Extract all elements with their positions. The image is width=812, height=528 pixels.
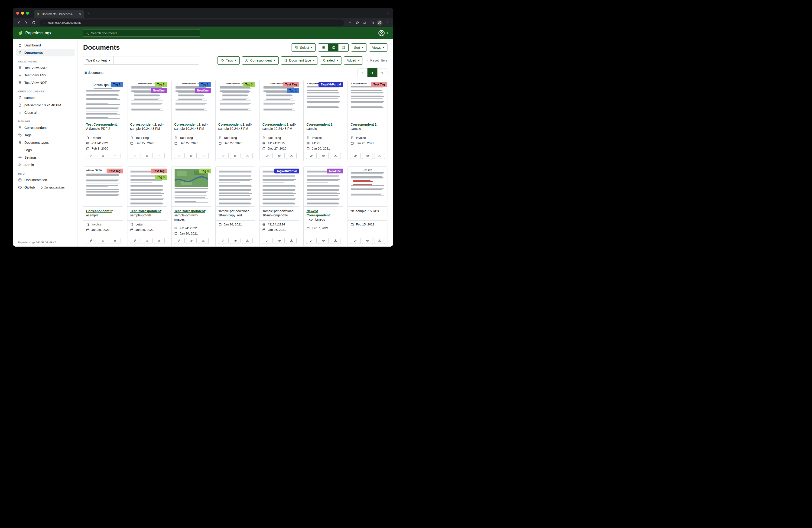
grid-view-button[interactable] [328, 43, 338, 52]
share-icon[interactable] [346, 19, 353, 26]
document-preview-button[interactable] [186, 238, 197, 244]
document-download-button[interactable] [242, 153, 252, 159]
tag-badge[interactable]: Test Tag [283, 82, 299, 87]
document-preview-button[interactable] [274, 153, 285, 159]
correspondent-link[interactable]: Test Correspondent [130, 209, 161, 213]
tag-badge[interactable]: TagWithPartial [318, 82, 343, 87]
document-title[interactable]: Correspondent 2: pdf-sample 10.24.48 PM [128, 120, 167, 134]
app-brand[interactable]: Paperless-ngx [13, 31, 77, 35]
document-edit-button[interactable] [174, 238, 185, 244]
tag-badge[interactable]: Tag 3 [155, 82, 167, 87]
document-download-button[interactable] [286, 238, 297, 244]
correspondent-link[interactable]: Test Correspondent [86, 123, 117, 126]
document-preview-button[interactable] [142, 238, 153, 244]
document-thumbnail[interactable]: Adobe Acrobat PDF FilesTest TagTag 2 [260, 80, 299, 120]
correspondent-link[interactable]: Test Correspondent [174, 209, 205, 213]
sidebar-item-correspondents[interactable]: Correspondents [16, 124, 74, 131]
correspondent-link[interactable]: Correspondent 2 [262, 123, 288, 126]
document-title[interactable]: file-sample_150kBs [348, 206, 387, 220]
document-preview-button[interactable] [274, 238, 285, 244]
sidebar-item-sample[interactable]: sample [16, 94, 74, 101]
document-thumbnail[interactable]: Lorem ipsum [348, 167, 387, 206]
document-edit-button[interactable] [174, 153, 185, 159]
document-title[interactable]: Correspondent 2: pdf-sample 10.24.48 PM [260, 120, 299, 134]
correspondent-link[interactable]: Correspondent 2 [350, 123, 377, 126]
bookmark-star-icon[interactable] [354, 19, 361, 26]
browser-profile-avatar[interactable] [377, 20, 382, 26]
tag-badge[interactable]: Tag 3 [243, 82, 255, 87]
tag-badge[interactable]: Test Tag [371, 82, 387, 87]
document-title[interactable]: Correspondent 2: pdf-sample 10.24.48 PM [172, 120, 211, 134]
filter-created-button[interactable]: Created [320, 56, 342, 65]
document-preview-button[interactable] [98, 153, 108, 159]
sidebar-item-logs[interactable]: Logs [16, 146, 74, 154]
sidebar-item-test-view-not[interactable]: Test View NOT [16, 79, 74, 86]
site-info-icon[interactable] [43, 22, 45, 24]
sort-button[interactable]: Sort [351, 43, 367, 52]
document-title[interactable]: Test Correspondent: sample-pdf-file [128, 206, 167, 220]
document-preview-button[interactable] [362, 153, 373, 159]
address-bar[interactable]: localhost:4200/documents [40, 19, 344, 26]
document-preview-button[interactable] [142, 153, 153, 159]
tag-badge[interactable]: Test Tag [151, 169, 167, 173]
document-thumbnail[interactable]: Tag 3 [172, 167, 211, 206]
back-icon[interactable] [15, 19, 22, 26]
document-preview-button[interactable] [318, 238, 329, 244]
document-edit-button[interactable] [130, 153, 141, 159]
current-page-button[interactable]: 1 [367, 68, 377, 77]
minimize-window-button[interactable] [21, 12, 24, 15]
tag-badge[interactable]: Tag 3 [199, 169, 211, 173]
document-thumbnail[interactable]: Adobe Acrobat PDF FilesTag 2NewOne [172, 80, 211, 120]
select-button[interactable]: Select [292, 43, 316, 52]
sidebar-item-close-all[interactable]: Close all [16, 109, 74, 116]
filter-document-type-button[interactable]: Document type [281, 56, 318, 65]
document-edit-button[interactable] [306, 153, 317, 159]
views-button[interactable]: Views [369, 43, 388, 52]
sidebar-item-test-view-and[interactable]: Test View AND [16, 64, 74, 72]
document-download-button[interactable] [242, 238, 252, 244]
document-preview-button[interactable] [230, 238, 241, 244]
sidebar-item-github[interactable]: GitHubSuggest an idea [16, 184, 74, 191]
document-thumbnail[interactable]: Lorem IpsumTag 2 [83, 80, 123, 120]
document-title[interactable]: Correspondent 2: pdf-sample 10.24.48 PM [216, 120, 255, 134]
document-title[interactable]: Correspondent 2: asample [83, 206, 123, 220]
document-edit-button[interactable] [262, 153, 273, 159]
sidebar-item-admin[interactable]: Admin [16, 161, 74, 169]
document-download-button[interactable] [330, 238, 341, 244]
document-thumbnail[interactable]: A Simple PDF FileTest Tag [83, 167, 123, 206]
document-edit-button[interactable] [350, 238, 361, 244]
document-thumbnail[interactable]: NewOne [304, 167, 343, 206]
tag-badge[interactable]: Tag 3 [155, 175, 167, 180]
document-thumbnail[interactable]: TagWithPartial [260, 167, 299, 206]
document-download-button[interactable] [374, 238, 385, 244]
reset-filters-button[interactable]: Reset filters [366, 58, 388, 62]
document-preview-button[interactable] [186, 153, 197, 159]
zoom-window-button[interactable] [26, 12, 29, 15]
tag-badge[interactable]: Tag 2 [287, 88, 299, 93]
sidebar-item-document-types[interactable]: Document types [16, 139, 74, 146]
tag-badge[interactable]: NewOne [195, 88, 211, 93]
tab-close-icon[interactable] [79, 13, 82, 16]
document-title[interactable]: Correspondent 2: sample [348, 120, 387, 134]
user-menu[interactable] [378, 30, 388, 37]
reload-icon[interactable] [30, 19, 37, 26]
forward-icon[interactable] [23, 19, 30, 26]
document-thumbnail[interactable]: Test TagTag 3 [128, 167, 167, 206]
browser-tab[interactable]: Documents - Paperless-ngx [34, 10, 84, 18]
document-title[interactable]: Test Correspondent: A Sample PDF 2 [83, 120, 123, 134]
next-page-button[interactable]: » [377, 68, 388, 77]
tag-badge[interactable]: NewOne [327, 169, 343, 173]
sidebar-item-test-view-any[interactable]: Test View ANY [16, 72, 74, 79]
document-download-button[interactable] [374, 153, 385, 159]
document-title[interactable]: Correspondent 2: sample [304, 120, 343, 134]
details-view-button[interactable] [338, 43, 349, 52]
document-thumbnail[interactable]: A Simple PDF FileTagWithPartial [304, 80, 343, 120]
extensions-puzzle-icon[interactable] [361, 19, 368, 26]
document-edit-button[interactable] [86, 238, 96, 244]
filter-correspondent-button[interactable]: Correspondent [242, 56, 278, 65]
document-preview-button[interactable] [98, 238, 108, 244]
correspondent-link[interactable]: Correspondent 2 [174, 123, 200, 126]
document-download-button[interactable] [198, 238, 209, 244]
document-thumbnail[interactable]: A Simple PDF FileTest Tag [348, 80, 387, 120]
tag-badge[interactable]: Test Tag [106, 169, 123, 173]
